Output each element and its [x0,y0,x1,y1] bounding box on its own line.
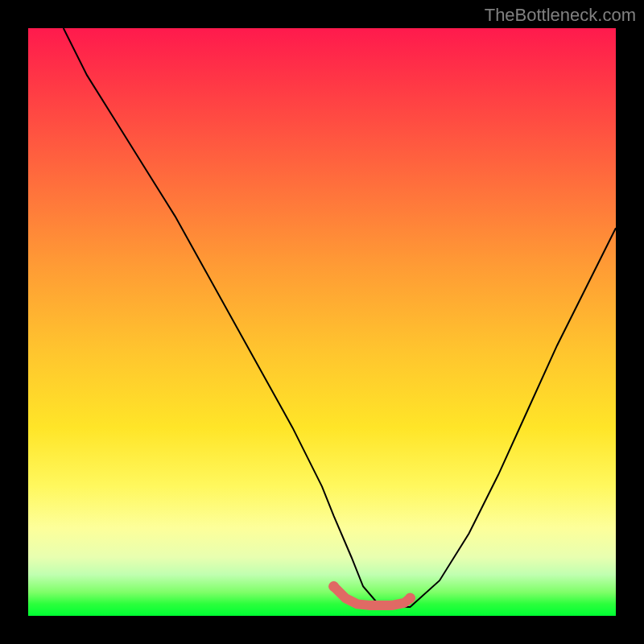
trough-marker-endpoint [405,593,415,604]
chart-svg [28,28,616,616]
plot-area [28,28,616,616]
v-curve-line [64,28,616,607]
watermark-text: TheBottleneck.com [485,5,636,26]
chart-frame: TheBottleneck.com [0,0,644,644]
trough-marker-endpoint [328,581,339,592]
